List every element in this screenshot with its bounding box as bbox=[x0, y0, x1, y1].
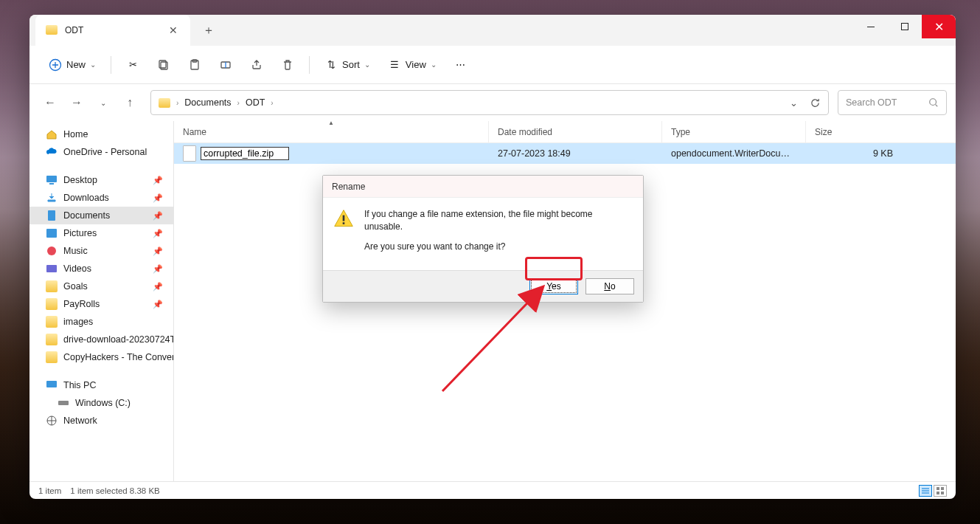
sidebar-goals[interactable]: Goals📌 bbox=[29, 277, 173, 295]
details-view-button[interactable] bbox=[919, 485, 932, 497]
search-icon bbox=[928, 97, 939, 108]
sidebar-payrolls[interactable]: PayRolls📌 bbox=[29, 295, 173, 313]
view-icon: ☰ bbox=[388, 58, 401, 72]
sidebar-onedrive[interactable]: OneDrive - Personal bbox=[29, 143, 173, 161]
pin-icon: 📌 bbox=[153, 264, 163, 274]
sidebar-documents[interactable]: Documents📌 bbox=[29, 207, 173, 224]
pc-icon bbox=[46, 379, 58, 391]
col-date[interactable]: Date modified bbox=[489, 121, 662, 142]
maximize-button[interactable] bbox=[888, 15, 922, 38]
sidebar-network[interactable]: Network bbox=[29, 412, 173, 430]
close-window-button[interactable]: ✕ bbox=[922, 15, 956, 38]
file-date: 27-07-2023 18:49 bbox=[489, 148, 662, 159]
desktop-icon bbox=[46, 174, 58, 186]
sort-button[interactable]: ⇅Sort⌄ bbox=[317, 52, 378, 78]
sidebar-pictures[interactable]: Pictures📌 bbox=[29, 224, 173, 242]
sidebar-copyhackers[interactable]: CopyHackers - The Conversi bbox=[29, 348, 173, 366]
chevron-down-icon: ⌄ bbox=[431, 61, 437, 69]
drive-icon bbox=[58, 397, 69, 409]
pin-icon: 📌 bbox=[153, 193, 163, 203]
search-input[interactable]: Search ODT bbox=[838, 90, 947, 115]
chevron-down-icon: ⌄ bbox=[364, 61, 370, 69]
dialog-line1: If you change a file name extension, the… bbox=[364, 208, 631, 233]
status-count: 1 item bbox=[38, 486, 61, 495]
recent-button[interactable]: ⌄ bbox=[91, 91, 115, 114]
svg-rect-22 bbox=[343, 216, 345, 221]
pictures-icon bbox=[46, 227, 58, 239]
toolbar: New ⌄ ✂ ⇅Sort⌄ ☰View⌄ ⋯ bbox=[29, 46, 956, 84]
svg-rect-14 bbox=[46, 265, 57, 272]
pin-icon: 📌 bbox=[153, 247, 163, 256]
tab-odt[interactable]: ODT ✕ bbox=[35, 15, 190, 46]
folder-icon bbox=[46, 25, 58, 35]
copy-button[interactable] bbox=[150, 52, 178, 78]
document-icon bbox=[46, 210, 58, 221]
scissors-icon: ✂ bbox=[126, 58, 139, 72]
cut-button[interactable]: ✂ bbox=[119, 52, 147, 78]
share-icon bbox=[250, 58, 263, 72]
close-tab-icon[interactable]: ✕ bbox=[167, 24, 180, 37]
rename-input[interactable] bbox=[201, 147, 289, 160]
music-icon bbox=[46, 245, 58, 257]
sidebar-desktop[interactable]: Desktop📌 bbox=[29, 171, 173, 189]
folder-icon bbox=[159, 98, 170, 108]
svg-rect-16 bbox=[58, 401, 69, 405]
svg-rect-11 bbox=[48, 210, 55, 221]
status-bar: 1 item 1 item selected 8.38 KB bbox=[29, 481, 956, 499]
svg-rect-19 bbox=[941, 487, 944, 490]
sidebar-images[interactable]: images bbox=[29, 313, 173, 331]
rename-icon bbox=[219, 58, 232, 72]
file-row[interactable]: 27-07-2023 18:49 opendocument.WriterDocu… bbox=[174, 143, 956, 164]
svg-rect-12 bbox=[46, 229, 57, 238]
svg-rect-15 bbox=[46, 381, 57, 387]
address-bar[interactable]: › Documents › ODT › ⌄ bbox=[150, 90, 829, 115]
more-button[interactable]: ⋯ bbox=[447, 52, 475, 78]
sidebar-music[interactable]: Music📌 bbox=[29, 242, 173, 260]
yes-button[interactable]: Yes bbox=[529, 278, 578, 294]
delete-button[interactable] bbox=[274, 52, 302, 78]
sidebar-thispc[interactable]: This PC bbox=[29, 376, 173, 394]
sort-asc-icon: ▲ bbox=[328, 121, 334, 126]
tab-title: ODT bbox=[65, 25, 130, 35]
file-type: opendocument.WriterDocumen... bbox=[662, 148, 806, 159]
breadcrumb-documents[interactable]: Documents bbox=[184, 97, 231, 108]
status-selected: 1 item selected 8.38 KB bbox=[70, 486, 159, 495]
col-size[interactable]: Size bbox=[806, 121, 902, 142]
folder-icon bbox=[46, 351, 58, 363]
dialog-line2: Are you sure you want to change it? bbox=[364, 241, 631, 253]
folder-icon bbox=[46, 334, 58, 345]
col-type[interactable]: Type bbox=[662, 121, 806, 142]
breadcrumb-odt[interactable]: ODT bbox=[246, 97, 265, 108]
paste-button[interactable] bbox=[181, 52, 209, 78]
pin-icon: 📌 bbox=[153, 176, 163, 185]
forward-button[interactable]: → bbox=[65, 91, 88, 114]
file-size: 9 KB bbox=[806, 148, 902, 159]
share-button[interactable] bbox=[243, 52, 271, 78]
col-name[interactable]: Name▲ bbox=[174, 121, 489, 142]
sidebar-downloads[interactable]: Downloads📌 bbox=[29, 189, 173, 207]
up-button[interactable]: ↑ bbox=[118, 91, 142, 114]
back-button[interactable]: ← bbox=[38, 91, 62, 114]
folder-icon bbox=[46, 280, 58, 292]
svg-rect-18 bbox=[936, 487, 939, 490]
view-button[interactable]: ☰View⌄ bbox=[380, 52, 444, 78]
refresh-button[interactable] bbox=[810, 97, 821, 108]
rename-dialog: Rename If you change a file name extensi… bbox=[322, 175, 644, 303]
sidebar-home[interactable]: Home bbox=[29, 125, 173, 143]
sort-icon: ⇅ bbox=[324, 58, 338, 72]
history-dropdown-icon[interactable]: ⌄ bbox=[790, 97, 798, 108]
home-icon bbox=[46, 128, 58, 140]
sidebar-drivedl[interactable]: drive-download-20230724T bbox=[29, 331, 173, 348]
new-tab-button[interactable]: ＋ bbox=[196, 18, 221, 42]
icons-view-button[interactable] bbox=[934, 485, 947, 497]
plus-circle-icon bbox=[49, 58, 62, 72]
no-button[interactable]: No bbox=[585, 278, 634, 294]
titlebar: ODT ✕ ＋ ✕ bbox=[29, 15, 956, 46]
warning-icon bbox=[333, 208, 354, 229]
new-button[interactable]: New ⌄ bbox=[41, 52, 103, 78]
sidebar-videos[interactable]: Videos📌 bbox=[29, 260, 173, 277]
minimize-button[interactable] bbox=[854, 15, 888, 38]
pin-icon: 📌 bbox=[153, 229, 163, 238]
rename-button[interactable] bbox=[212, 52, 240, 78]
sidebar-windows-c[interactable]: Windows (C:) bbox=[29, 394, 173, 412]
